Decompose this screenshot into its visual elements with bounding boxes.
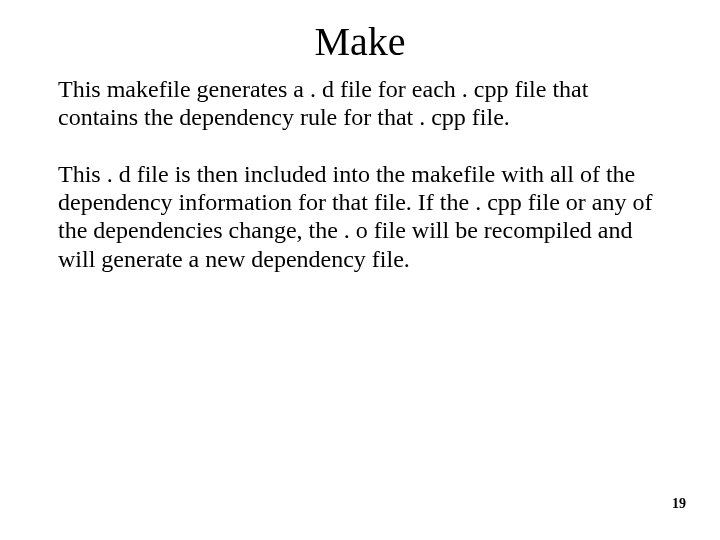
paragraph-1: This makefile generates a . d file for e… [58, 75, 662, 132]
slide-title: Make [0, 0, 720, 75]
slide-body: This makefile generates a . d file for e… [0, 75, 720, 273]
slide: Make This makefile generates a . d file … [0, 0, 720, 540]
page-number: 19 [672, 496, 686, 512]
paragraph-2: This . d file is then included into the … [58, 160, 662, 273]
